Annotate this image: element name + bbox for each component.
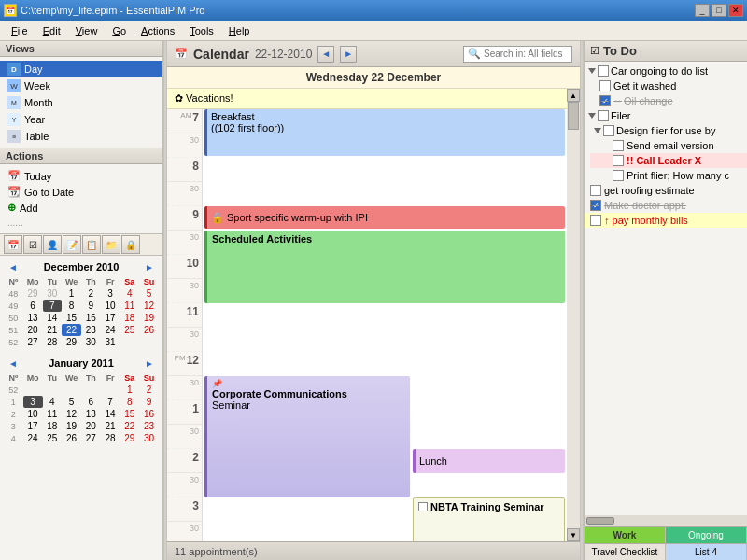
- d25[interactable]: 25: [120, 324, 140, 336]
- bills-checkbox[interactable]: [590, 215, 601, 226]
- oilchange-checkbox[interactable]: ✓: [599, 95, 611, 106]
- filer-group-checkbox[interactable]: [598, 110, 609, 121]
- d24[interactable]: 24: [101, 324, 120, 336]
- mini-cal-dec-prev[interactable]: ◄: [6, 262, 21, 273]
- todo-item-callleader[interactable]: !! Call Leader X: [590, 153, 747, 168]
- d5[interactable]: 5: [139, 287, 159, 300]
- doctor-checkbox[interactable]: ✓: [590, 200, 601, 211]
- tool-contact-btn[interactable]: 👤: [43, 235, 62, 254]
- mini-cal-jan-prev[interactable]: ◄: [6, 358, 21, 369]
- d23[interactable]: 23: [81, 324, 101, 336]
- todo-tab-travel[interactable]: Travel Checklist: [585, 544, 666, 560]
- event-nbta[interactable]: NBTA Training Seminar: [413, 497, 565, 541]
- todo-item-sendemail[interactable]: Send email version: [590, 138, 747, 153]
- d1[interactable]: 1: [62, 287, 81, 300]
- todo-item-bills[interactable]: ↑ pay monthly bills: [585, 213, 747, 228]
- todo-item-doctor[interactable]: ✓ Make doctor appt.: [585, 198, 747, 213]
- d19[interactable]: 19: [139, 312, 159, 324]
- menu-go[interactable]: Go: [105, 23, 134, 38]
- maximize-button[interactable]: □: [712, 4, 726, 17]
- tool-calendar-btn[interactable]: 📅: [4, 235, 22, 254]
- menu-help[interactable]: Help: [221, 23, 258, 38]
- d15[interactable]: 15: [62, 312, 81, 324]
- d31[interactable]: 31: [101, 336, 120, 348]
- vscroll-up-btn[interactable]: ▲: [567, 89, 580, 102]
- event-scheduled[interactable]: Scheduled Activities: [204, 231, 565, 303]
- sendemail-checkbox[interactable]: [613, 140, 624, 151]
- menu-view[interactable]: View: [68, 23, 106, 38]
- todo-item-oilchange[interactable]: ✓ ↔ Oil change: [585, 93, 747, 108]
- d13[interactable]: 13: [23, 312, 43, 324]
- d30[interactable]: 30: [81, 336, 101, 348]
- action-today[interactable]: 📅 Today: [0, 168, 162, 184]
- d27[interactable]: 27: [23, 336, 43, 348]
- car-group-checkbox[interactable]: [598, 65, 609, 77]
- vscroll-down-btn[interactable]: ▼: [567, 528, 580, 541]
- todo-group-filer-header[interactable]: Filer: [585, 108, 747, 123]
- todo-tab-ongoing[interactable]: Ongoing: [666, 527, 747, 543]
- mini-cal-dec-next[interactable]: ►: [142, 262, 157, 273]
- todo-tab-list4[interactable]: List 4: [666, 544, 747, 560]
- all-day-event[interactable]: ✿ Vacations!: [175, 92, 233, 105]
- view-day[interactable]: D Day: [0, 61, 162, 77]
- d29[interactable]: 29: [62, 336, 81, 348]
- minimize-button[interactable]: _: [695, 4, 710, 17]
- todo-item-getitwashed[interactable]: Get it washed: [585, 78, 747, 93]
- event-corporate[interactable]: 📌 Corporate Communications Seminar: [204, 376, 410, 497]
- action-add[interactable]: ⊕ Add: [0, 200, 162, 216]
- todo-group-car-header[interactable]: Car ongoing to do list: [585, 63, 747, 78]
- d2[interactable]: 2: [81, 287, 101, 300]
- d9[interactable]: 9: [81, 300, 101, 312]
- todo-tab-work[interactable]: Work: [585, 527, 666, 543]
- menu-tools[interactable]: Tools: [182, 23, 221, 38]
- design-checkbox[interactable]: [603, 125, 614, 136]
- tool-task-btn[interactable]: 📋: [82, 235, 101, 254]
- d10[interactable]: 10: [101, 300, 120, 312]
- printflier-checkbox[interactable]: [613, 170, 624, 181]
- d12[interactable]: 12: [139, 300, 159, 312]
- tool-check-btn[interactable]: ☑: [23, 235, 42, 254]
- view-week[interactable]: W Week: [0, 77, 162, 94]
- d6[interactable]: 6: [23, 300, 43, 312]
- d20[interactable]: 20: [23, 324, 43, 336]
- tool-folder-btn[interactable]: 📁: [102, 235, 120, 254]
- vscroll-thumb[interactable]: [568, 102, 579, 130]
- event-lunch[interactable]: Lunch: [413, 449, 565, 473]
- search-input[interactable]: [484, 49, 568, 59]
- roofing-checkbox[interactable]: [590, 185, 601, 196]
- mini-cal-jan-next[interactable]: ►: [142, 358, 157, 369]
- d8[interactable]: 8: [62, 300, 81, 312]
- d3[interactable]: 3: [101, 287, 120, 300]
- d21[interactable]: 21: [43, 324, 63, 336]
- event-breakfast[interactable]: Breakfast ((102 first floor)): [204, 109, 565, 156]
- d26[interactable]: 26: [139, 324, 159, 336]
- d22[interactable]: 22: [62, 324, 81, 336]
- d11[interactable]: 11: [120, 300, 140, 312]
- view-year[interactable]: Y Year: [0, 111, 162, 128]
- action-goto-date[interactable]: 📆 Go to Date: [0, 184, 162, 200]
- d30-prev[interactable]: 30: [43, 287, 63, 300]
- d28[interactable]: 28: [43, 336, 63, 348]
- todo-sub-design-header[interactable]: Design flier for use by: [590, 123, 747, 138]
- view-table[interactable]: ≡ Table: [0, 128, 162, 145]
- menu-actions[interactable]: Actions: [134, 23, 182, 38]
- d7[interactable]: 7: [43, 300, 63, 312]
- menu-file[interactable]: File: [4, 23, 35, 38]
- d17[interactable]: 17: [101, 312, 120, 324]
- d4[interactable]: 4: [120, 287, 140, 300]
- event-sport[interactable]: 🔒 Sport specific warm-up with IPI: [204, 206, 565, 229]
- todo-item-printflier[interactable]: Print flier; How many c: [590, 168, 747, 183]
- callleader-checkbox[interactable]: [613, 155, 624, 166]
- cal-prev-btn[interactable]: ◄: [317, 46, 334, 63]
- tool-note-btn[interactable]: 📝: [63, 235, 81, 254]
- view-month[interactable]: M Month: [0, 94, 162, 111]
- todo-item-roofing[interactable]: get roofing estimate: [585, 183, 747, 198]
- cal-next-btn[interactable]: ►: [340, 46, 357, 63]
- d16[interactable]: 16: [81, 312, 101, 324]
- tool-lock-btn[interactable]: 🔒: [121, 235, 140, 254]
- menu-edit[interactable]: Edit: [35, 23, 68, 38]
- d14[interactable]: 14: [43, 312, 63, 324]
- d18[interactable]: 18: [120, 312, 140, 324]
- todo-hscroll-thumb[interactable]: [586, 517, 614, 525]
- d29-prev[interactable]: 29: [23, 287, 43, 300]
